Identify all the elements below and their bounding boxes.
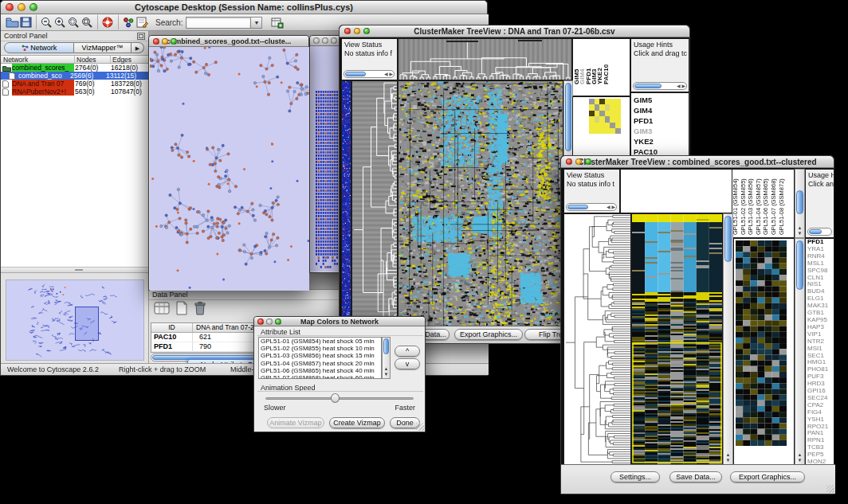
save-icon[interactable] bbox=[19, 16, 33, 29]
matrix-cell[interactable] bbox=[599, 104, 605, 110]
tv2-gene-list[interactable]: PFD1YRA1RNR4MSL1SPC98CLN1NIS1BUD4ELG1MAK… bbox=[805, 238, 834, 465]
dialog-create-vizmap-button[interactable]: Create Vizmap bbox=[329, 417, 385, 428]
matrix-cell[interactable] bbox=[595, 116, 600, 122]
tv2-heatmap[interactable] bbox=[631, 213, 723, 465]
col-header-network[interactable]: Network bbox=[1, 56, 75, 63]
tv2-heatmap-vscrollbar[interactable]: ▲▼ bbox=[723, 213, 733, 465]
tv1-hints-scrollbar[interactable]: ◀ ▶ bbox=[633, 82, 687, 90]
tv2-column-dendrogram[interactable] bbox=[620, 169, 733, 213]
zoom-out-icon[interactable] bbox=[40, 16, 53, 29]
tv2-hints-scrollbar[interactable] bbox=[807, 228, 832, 236]
zoom-window-icon[interactable] bbox=[363, 28, 370, 34]
gene-label[interactable]: GIM3 bbox=[631, 126, 689, 136]
scroll-thumb[interactable] bbox=[383, 338, 389, 354]
animation-speed-slider-track[interactable] bbox=[265, 397, 414, 400]
matrix-cell[interactable] bbox=[605, 116, 610, 122]
scroll-thumb[interactable] bbox=[796, 240, 803, 290]
minimize-icon[interactable] bbox=[162, 38, 168, 45]
close-icon[interactable] bbox=[153, 38, 159, 45]
tv2-export-graphics-button[interactable]: Export Graphics... bbox=[730, 471, 805, 483]
close-icon[interactable] bbox=[344, 28, 351, 34]
close-icon[interactable] bbox=[6, 3, 14, 11]
treeview1-titlebar[interactable]: ClusterMaker TreeView : DNA and Tran 07-… bbox=[340, 25, 689, 37]
attribute-select-icon[interactable] bbox=[154, 301, 170, 318]
network-list-item[interactable]: combined_scores_2764(0)16218(0) bbox=[1, 64, 148, 72]
matrix-cell[interactable] bbox=[599, 111, 605, 116]
matrix-cell[interactable] bbox=[595, 99, 600, 104]
tv1-global-overview-strip[interactable] bbox=[341, 80, 351, 327]
matrix-cell[interactable] bbox=[615, 116, 621, 122]
attribute-list-item[interactable]: GPL51-06 (GSM865) heat shock 40 min bbox=[259, 367, 381, 374]
matrix-cell[interactable] bbox=[605, 128, 610, 134]
window-controls[interactable] bbox=[6, 3, 37, 11]
attribute-list-item[interactable]: GPL51-07 (GSM868) heat shock 60 min bbox=[259, 374, 381, 379]
zoom-fit-icon[interactable] bbox=[80, 16, 94, 29]
col-header-nodes[interactable]: Nodes bbox=[75, 56, 111, 63]
search-dropdown-button[interactable]: ▼ bbox=[251, 17, 262, 29]
move-up-button[interactable]: ^ bbox=[395, 346, 420, 357]
birdseye-view[interactable] bbox=[6, 279, 144, 361]
tv2-settings-button[interactable]: Settings... bbox=[610, 471, 660, 483]
scroll-thumb[interactable] bbox=[796, 190, 803, 214]
matrix-cell[interactable] bbox=[589, 128, 595, 134]
minimize-icon[interactable] bbox=[354, 28, 360, 34]
network1-titlebar[interactable]: combined_scores_good.txt--cluste... bbox=[149, 36, 308, 47]
minimize-icon[interactable] bbox=[18, 3, 26, 11]
birdseye-viewport-rect[interactable] bbox=[75, 307, 99, 341]
zoom-selected-icon[interactable] bbox=[67, 16, 80, 29]
matrix-cell[interactable] bbox=[615, 128, 621, 134]
matrix-cell[interactable] bbox=[599, 99, 605, 104]
matrix-cell[interactable] bbox=[615, 99, 621, 104]
zoom-window-icon[interactable] bbox=[171, 38, 177, 45]
resize-grip[interactable] bbox=[826, 485, 834, 493]
tv2-row-dendrogram[interactable] bbox=[563, 213, 631, 465]
matrix-cell[interactable] bbox=[589, 111, 595, 116]
matrix-cell[interactable] bbox=[589, 99, 595, 104]
zoom-in-icon[interactable] bbox=[53, 16, 67, 29]
tv1-status-scrollbar[interactable]: ◀ ▶ bbox=[344, 70, 395, 78]
matrix-cell[interactable] bbox=[589, 104, 595, 110]
minimize-icon[interactable] bbox=[266, 318, 273, 325]
gene-label[interactable]: PFD1 bbox=[631, 115, 689, 126]
network1-canvas[interactable] bbox=[150, 47, 308, 289]
delete-attribute-icon[interactable] bbox=[194, 301, 206, 318]
close-icon[interactable] bbox=[257, 318, 264, 325]
attribute-list[interactable]: GPL51-01 (GSM854) heat shock 05 minGPL51… bbox=[258, 337, 382, 379]
attribute-list-item[interactable]: GPL51-04 (GSM857) heat shock 20 min bbox=[259, 360, 381, 367]
matrix-cell[interactable] bbox=[595, 123, 600, 128]
tv2-labels-vscrollbar[interactable]: ▲▼ bbox=[795, 169, 805, 238]
attribute-list-item[interactable]: GPL51-02 (GSM855) heat shock 10 min bbox=[259, 345, 381, 352]
matrix-cell[interactable] bbox=[599, 116, 605, 122]
matrix-cell[interactable] bbox=[599, 123, 605, 128]
attribute-list-vscrollbar[interactable]: ▲▼ bbox=[382, 337, 391, 379]
annotation-icon[interactable] bbox=[135, 16, 149, 29]
help-lifering-icon[interactable] bbox=[101, 16, 115, 29]
tv1-heatmap[interactable] bbox=[398, 80, 563, 327]
open-folder-icon[interactable] bbox=[6, 16, 19, 29]
attribute-list-item[interactable]: GPL51-01 (GSM854) heat shock 05 min bbox=[259, 338, 381, 345]
vizmapper-icon[interactable] bbox=[122, 16, 135, 29]
matrix-cell[interactable] bbox=[605, 123, 610, 128]
tv2-status-scrollbar[interactable]: ◀ ▶ bbox=[566, 203, 617, 211]
resize-grip[interactable] bbox=[416, 423, 424, 431]
matrix-cell[interactable] bbox=[595, 111, 600, 116]
col-header-edges[interactable]: Edges bbox=[111, 56, 148, 63]
animation-speed-slider-thumb[interactable] bbox=[331, 393, 340, 403]
matrix-cell[interactable] bbox=[589, 116, 595, 122]
move-down-button[interactable]: v bbox=[395, 358, 420, 369]
minimize-icon[interactable] bbox=[322, 37, 328, 44]
close-icon[interactable] bbox=[313, 37, 320, 44]
matrix-cell[interactable] bbox=[605, 99, 610, 104]
scroll-thumb[interactable] bbox=[724, 216, 732, 262]
search-input[interactable] bbox=[186, 17, 251, 29]
tv2-zoom-vscrollbar[interactable]: ▲▼ bbox=[795, 238, 805, 465]
panel-splitter[interactable] bbox=[1, 268, 148, 273]
matrix-cell[interactable] bbox=[599, 128, 605, 134]
matrix-cell[interactable] bbox=[615, 111, 621, 116]
network-list-item[interactable]: RNAPuberNov2+!563(0)107847(0) bbox=[1, 88, 148, 96]
zoom-window-icon[interactable] bbox=[275, 318, 281, 325]
zoom-window-icon[interactable] bbox=[585, 158, 591, 165]
gene-label[interactable]: GIM4 bbox=[631, 105, 689, 115]
main-titlebar[interactable]: Cytoscape Desktop (Session Name: collins… bbox=[1, 1, 487, 14]
tab-overflow-button[interactable]: ▶ bbox=[132, 42, 144, 53]
